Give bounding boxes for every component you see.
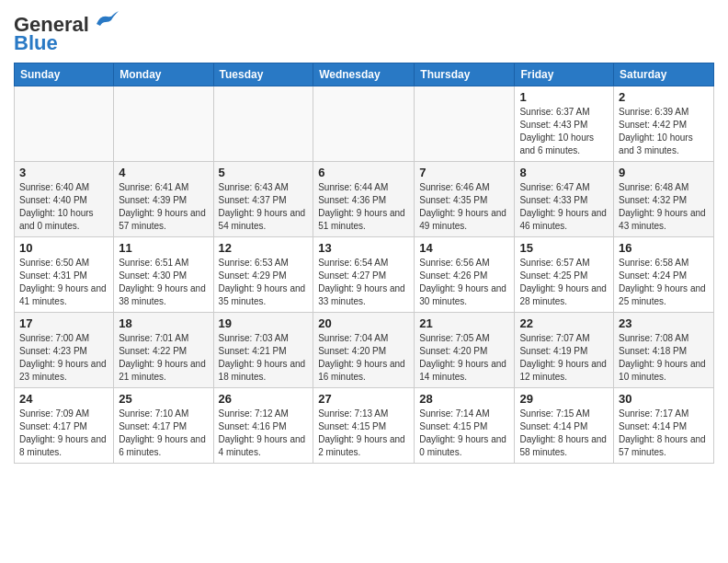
day-number: 23 — [619, 316, 709, 330]
calendar-week-row: 1Sunrise: 6:37 AM Sunset: 4:43 PM Daylig… — [15, 86, 714, 162]
day-info: Sunrise: 6:47 AM Sunset: 4:33 PM Dayligh… — [519, 181, 609, 233]
day-number: 8 — [519, 166, 609, 179]
table-row: 26Sunrise: 7:12 AM Sunset: 4:16 PM Dayli… — [213, 388, 313, 464]
table-row: 18Sunrise: 7:01 AM Sunset: 4:22 PM Dayli… — [114, 313, 213, 388]
main-container: General Blue Sunday Monday Tuesday Wedne… — [0, 0, 728, 473]
day-info: Sunrise: 6:58 AM Sunset: 4:24 PM Dayligh… — [619, 257, 709, 308]
header-saturday: Saturday — [614, 63, 714, 86]
day-info: Sunrise: 7:03 AM Sunset: 4:21 PM Dayligh… — [219, 332, 309, 384]
table-row: 5Sunrise: 6:43 AM Sunset: 4:37 PM Daylig… — [213, 162, 313, 237]
day-info: Sunrise: 7:07 AM Sunset: 4:19 PM Dayligh… — [519, 332, 609, 384]
day-number: 24 — [19, 392, 108, 406]
table-row: 28Sunrise: 7:14 AM Sunset: 4:15 PM Dayli… — [415, 388, 515, 464]
day-info: Sunrise: 6:53 AM Sunset: 4:29 PM Dayligh… — [219, 257, 309, 308]
day-number: 18 — [119, 316, 208, 330]
day-number: 11 — [119, 241, 208, 255]
header-friday: Friday — [515, 63, 614, 86]
day-number: 19 — [219, 316, 309, 330]
day-number: 25 — [119, 392, 208, 406]
day-number: 2 — [619, 90, 709, 104]
day-info: Sunrise: 6:39 AM Sunset: 4:42 PM Dayligh… — [619, 106, 709, 157]
table-row: 15Sunrise: 6:57 AM Sunset: 4:25 PM Dayli… — [515, 237, 614, 313]
day-info: Sunrise: 6:48 AM Sunset: 4:32 PM Dayligh… — [619, 181, 709, 233]
table-row: 21Sunrise: 7:05 AM Sunset: 4:20 PM Dayli… — [415, 313, 515, 388]
day-info: Sunrise: 6:57 AM Sunset: 4:25 PM Dayligh… — [519, 257, 609, 308]
day-number: 10 — [19, 241, 108, 255]
table-row: 13Sunrise: 6:54 AM Sunset: 4:27 PM Dayli… — [313, 237, 415, 313]
table-row: 30Sunrise: 7:17 AM Sunset: 4:14 PM Dayli… — [614, 388, 714, 464]
day-number: 7 — [419, 166, 509, 179]
day-info: Sunrise: 6:43 AM Sunset: 4:37 PM Dayligh… — [219, 181, 309, 233]
day-info: Sunrise: 7:00 AM Sunset: 4:23 PM Dayligh… — [19, 332, 108, 384]
day-number: 21 — [419, 316, 509, 330]
day-number: 5 — [219, 166, 309, 179]
table-row — [114, 86, 213, 162]
day-info: Sunrise: 6:37 AM Sunset: 4:43 PM Dayligh… — [519, 106, 609, 157]
day-number: 26 — [219, 392, 309, 406]
day-number: 6 — [318, 166, 409, 179]
table-row: 4Sunrise: 6:41 AM Sunset: 4:39 PM Daylig… — [114, 162, 213, 237]
day-number: 1 — [519, 90, 609, 104]
day-info: Sunrise: 6:54 AM Sunset: 4:27 PM Dayligh… — [318, 257, 409, 308]
day-info: Sunrise: 7:08 AM Sunset: 4:18 PM Dayligh… — [619, 332, 709, 384]
table-row: 17Sunrise: 7:00 AM Sunset: 4:23 PM Dayli… — [15, 313, 114, 388]
table-row — [15, 86, 114, 162]
calendar-week-row: 17Sunrise: 7:00 AM Sunset: 4:23 PM Dayli… — [15, 313, 714, 388]
header-monday: Monday — [114, 63, 213, 86]
day-number: 16 — [619, 241, 709, 255]
calendar-week-row: 10Sunrise: 6:50 AM Sunset: 4:31 PM Dayli… — [15, 237, 714, 313]
table-row: 22Sunrise: 7:07 AM Sunset: 4:19 PM Dayli… — [515, 313, 614, 388]
table-row: 6Sunrise: 6:44 AM Sunset: 4:36 PM Daylig… — [313, 162, 415, 237]
day-info: Sunrise: 7:04 AM Sunset: 4:20 PM Dayligh… — [318, 332, 409, 384]
logo-blue: Blue — [14, 31, 58, 55]
table-row: 9Sunrise: 6:48 AM Sunset: 4:32 PM Daylig… — [614, 162, 714, 237]
day-number: 20 — [318, 316, 409, 330]
day-number: 30 — [619, 392, 709, 406]
table-row: 25Sunrise: 7:10 AM Sunset: 4:17 PM Dayli… — [114, 388, 213, 464]
day-number: 4 — [119, 166, 208, 179]
calendar-header-row: Sunday Monday Tuesday Wednesday Thursday… — [15, 63, 714, 86]
table-row: 7Sunrise: 6:46 AM Sunset: 4:35 PM Daylig… — [415, 162, 515, 237]
logo-text-block: General Blue — [14, 13, 119, 55]
day-info: Sunrise: 7:09 AM Sunset: 4:17 PM Dayligh… — [19, 408, 108, 459]
day-info: Sunrise: 6:56 AM Sunset: 4:26 PM Dayligh… — [419, 257, 509, 308]
table-row: 20Sunrise: 7:04 AM Sunset: 4:20 PM Dayli… — [313, 313, 415, 388]
calendar-week-row: 24Sunrise: 7:09 AM Sunset: 4:17 PM Dayli… — [15, 388, 714, 464]
day-info: Sunrise: 6:50 AM Sunset: 4:31 PM Dayligh… — [19, 257, 108, 308]
table-row: 14Sunrise: 6:56 AM Sunset: 4:26 PM Dayli… — [415, 237, 515, 313]
logo-bird-icon — [93, 11, 119, 31]
day-number: 27 — [318, 392, 409, 406]
table-row: 23Sunrise: 7:08 AM Sunset: 4:18 PM Dayli… — [614, 313, 714, 388]
table-row — [213, 86, 313, 162]
day-number: 29 — [519, 392, 609, 406]
day-info: Sunrise: 7:17 AM Sunset: 4:14 PM Dayligh… — [619, 408, 709, 459]
day-number: 17 — [19, 316, 108, 330]
table-row: 8Sunrise: 6:47 AM Sunset: 4:33 PM Daylig… — [515, 162, 614, 237]
table-row: 10Sunrise: 6:50 AM Sunset: 4:31 PM Dayli… — [15, 237, 114, 313]
table-row: 11Sunrise: 6:51 AM Sunset: 4:30 PM Dayli… — [114, 237, 213, 313]
calendar-week-row: 3Sunrise: 6:40 AM Sunset: 4:40 PM Daylig… — [15, 162, 714, 237]
day-number: 9 — [619, 166, 709, 179]
day-info: Sunrise: 7:10 AM Sunset: 4:17 PM Dayligh… — [119, 408, 208, 459]
day-number: 12 — [219, 241, 309, 255]
table-row: 1Sunrise: 6:37 AM Sunset: 4:43 PM Daylig… — [515, 86, 614, 162]
day-info: Sunrise: 7:14 AM Sunset: 4:15 PM Dayligh… — [419, 408, 509, 459]
logo: General Blue — [14, 9, 119, 55]
table-row: 29Sunrise: 7:15 AM Sunset: 4:14 PM Dayli… — [515, 388, 614, 464]
table-row: 27Sunrise: 7:13 AM Sunset: 4:15 PM Dayli… — [313, 388, 415, 464]
calendar-table: Sunday Monday Tuesday Wednesday Thursday… — [14, 63, 714, 464]
day-number: 13 — [318, 241, 409, 255]
table-row: 12Sunrise: 6:53 AM Sunset: 4:29 PM Dayli… — [213, 237, 313, 313]
day-number: 15 — [519, 241, 609, 255]
table-row: 19Sunrise: 7:03 AM Sunset: 4:21 PM Dayli… — [213, 313, 313, 388]
header-wednesday: Wednesday — [313, 63, 415, 86]
day-info: Sunrise: 6:51 AM Sunset: 4:30 PM Dayligh… — [119, 257, 208, 308]
day-info: Sunrise: 7:01 AM Sunset: 4:22 PM Dayligh… — [119, 332, 208, 384]
day-info: Sunrise: 6:44 AM Sunset: 4:36 PM Dayligh… — [318, 181, 409, 233]
day-number: 28 — [419, 392, 509, 406]
day-info: Sunrise: 7:12 AM Sunset: 4:16 PM Dayligh… — [219, 408, 309, 459]
table-row: 3Sunrise: 6:40 AM Sunset: 4:40 PM Daylig… — [15, 162, 114, 237]
day-number: 14 — [419, 241, 509, 255]
day-number: 3 — [19, 166, 108, 179]
table-row — [415, 86, 515, 162]
